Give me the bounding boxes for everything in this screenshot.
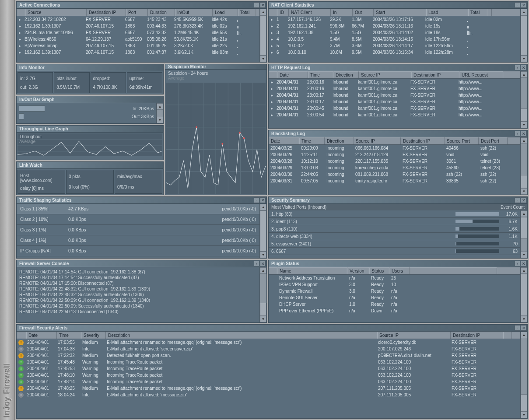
- column-header[interactable]: In/Out: [175, 9, 213, 16]
- expand-arrow-icon[interactable]: ▸: [269, 79, 275, 85]
- column-header[interactable]: Name: [277, 267, 347, 274]
- table-row[interactable]: ▸ 2004/04/0123:00:16 Inboundkannf001.gil…: [269, 79, 520, 85]
- column-header[interactable]: Port: [126, 9, 148, 16]
- scrollbar[interactable]: ▲▼: [520, 137, 527, 195]
- alert-row[interactable]: ! 2004/04/0117:04:38 InfoE-Mail attachme…: [17, 346, 520, 352]
- expand-arrow-icon[interactable]: ▸: [17, 30, 23, 36]
- table-row[interactable]: ▸ 410.0.0.5 9.4M8.5M 2004/03/26 13:14:15…: [269, 36, 520, 42]
- column-header[interactable]: Date: [269, 137, 299, 144]
- expand-arrow-icon[interactable]: ▸: [269, 99, 275, 105]
- column-header[interactable]: Out: [353, 9, 374, 16]
- expand-arrow-icon[interactable]: ▸: [17, 17, 23, 23]
- table-row[interactable]: ▸ 212.203.34.72:10202FX-SERVER 6667145:2…: [17, 16, 259, 23]
- scrollbar[interactable]: ▲▼: [520, 9, 527, 62]
- traffic-class-row[interactable]: Class 1 [ 85%]42.7 KBpspend:0/0.0Kb (-0): [17, 204, 259, 214]
- close-icon[interactable]: ✕: [260, 197, 266, 203]
- column-header[interactable]: Destination IP: [401, 137, 445, 144]
- close-icon[interactable]: ✕: [521, 65, 526, 70]
- column-header[interactable]: Source: [25, 9, 87, 16]
- table-row[interactable]: ▸ 2004/04/0123:00:16 Inboundkannf001.gil…: [269, 85, 520, 92]
- expand-arrow-icon[interactable]: ▸: [269, 30, 275, 36]
- column-header[interactable]: Load: [213, 9, 238, 16]
- expand-arrow-icon[interactable]: ▸: [269, 86, 275, 92]
- column-header[interactable]: Time: [57, 332, 81, 339]
- column-header[interactable]: Source IP: [359, 71, 411, 78]
- port-row[interactable]: 1. http (80) 17.0K: [269, 210, 520, 218]
- column-header[interactable]: Severity: [81, 332, 106, 339]
- plugin-row[interactable]: PPP over Ethernet (PPPoE)n/a Downn/a: [269, 308, 520, 314]
- table-row[interactable]: ▸ 2004/04/0123:00:17 Inboundkannf001.gil…: [269, 92, 520, 98]
- column-header[interactable]: [410, 267, 497, 274]
- expand-arrow-icon[interactable]: ▸: [17, 36, 23, 42]
- table-row[interactable]: ▸ 610.0.0.10 10.6M9.5M 2004/03/26 13:15:…: [269, 49, 520, 56]
- plugin-row[interactable]: DHCP Server1.0 Readyn/a: [269, 301, 520, 308]
- close-icon[interactable]: ✕: [260, 2, 266, 8]
- column-header[interactable]: Version: [347, 267, 369, 274]
- close-icon[interactable]: ✕: [260, 261, 266, 266]
- expand-arrow-icon[interactable]: ▸: [269, 23, 275, 29]
- traffic-class-row[interactable]: Class 4 [ 1%]0.0 KBpspend:0/0.0Kb (-0): [17, 235, 259, 246]
- column-header[interactable]: Destination IP: [87, 9, 126, 16]
- plugin-row[interactable]: Remote GUI Servern/a Readyn/a: [269, 294, 520, 301]
- scrollbar[interactable]: ▲▼: [259, 9, 266, 62]
- table-row[interactable]: ▸ 510.0.0.2 3.7M3.6M 2004/03/26 13:14:17…: [269, 42, 520, 49]
- column-header[interactable]: NAT Client: [289, 9, 331, 16]
- close-icon[interactable]: ✕: [521, 2, 526, 8]
- column-header[interactable]: URL Request: [459, 71, 503, 78]
- traffic-class-row[interactable]: Class 2 [ 10%]0.0 KBpspend:0/0.0Kb (-0): [17, 214, 259, 225]
- port-row[interactable]: 2. ident (113) 6.7K: [269, 218, 520, 225]
- table-row[interactable]: ▸ 2004/04/0123:00:54 Inboundkannf001.gil…: [269, 112, 520, 118]
- column-header[interactable]: Time: [308, 71, 333, 78]
- scrollbar[interactable]: ▲▼: [259, 204, 266, 258]
- maximize-icon[interactable]: ▫: [515, 2, 520, 8]
- column-header[interactable]: Direction: [333, 71, 359, 78]
- table-row[interactable]: 2004/03/3022:44:05 Incoming081.089.231.0…: [269, 171, 520, 178]
- column-header[interactable]: Start: [374, 9, 426, 16]
- expand-arrow-icon[interactable]: ▸: [269, 92, 275, 98]
- column-header[interactable]: In: [331, 9, 353, 16]
- alert-row[interactable]: ! 2004/04/0117:45:48 WarningIncoming Tra…: [17, 359, 520, 365]
- scrollbar[interactable]: ▲▼: [520, 210, 527, 258]
- column-header[interactable]: Date: [277, 71, 308, 78]
- table-row[interactable]: 2004/03/2810:12:10 Incoming220.117.155.0…: [269, 158, 520, 164]
- close-icon[interactable]: ✕: [521, 325, 526, 331]
- column-header[interactable]: Source IP: [354, 137, 401, 144]
- expand-arrow-icon[interactable]: ▸: [269, 49, 275, 56]
- table-row[interactable]: ▸ B|Wireless:486064.12.29.137 aol:519000…: [17, 36, 259, 42]
- alert-row[interactable]: ! 2004/04/0117:48:10 WarningIncoming Tra…: [17, 372, 520, 378]
- maximize-icon[interactable]: ▫: [254, 197, 259, 203]
- table-row[interactable]: ▸ 2004/04/0123:00:45 Inboundkannf001.gil…: [269, 105, 520, 112]
- column-header[interactable]: [269, 267, 277, 274]
- table-row[interactable]: ▸ 2004/04/0123:00:17 Inboundkannf001.gil…: [269, 98, 520, 105]
- traffic-class-row[interactable]: Class 3 [ 1%]0.0 KBpspend:0/0.0Kb (-0): [17, 225, 259, 235]
- alert-row[interactable]: ! 2004/04/0117:48:25 MediumE-Mail attach…: [17, 385, 520, 392]
- plugin-row[interactable]: IPSec VPN Support3.0 Ready10: [269, 281, 520, 288]
- alert-row[interactable]: ! 2004/04/0118:04:24 InfoE-Mail attachme…: [17, 392, 520, 398]
- table-row[interactable]: ▸ 3192.162.1.38 1.5G1.5G 2004/03/26 13:1…: [269, 29, 520, 36]
- table-row[interactable]: 2004/03/2913:00:08 Incomingkorea.cheju.a…: [269, 164, 520, 171]
- alert-row[interactable]: ! 2004/04/0117:48:14 WarningIncoming Tra…: [17, 378, 520, 385]
- column-header[interactable]: [269, 9, 277, 16]
- column-header[interactable]: Direction: [325, 137, 354, 144]
- maximize-icon[interactable]: ▫: [515, 325, 520, 331]
- table-row[interactable]: ▸ B|Wireless:bmap207.46.107.15 1863001:4…: [17, 42, 259, 49]
- expand-arrow-icon[interactable]: ▸: [17, 43, 23, 49]
- close-icon[interactable]: ✕: [521, 131, 526, 136]
- column-header[interactable]: [503, 332, 512, 339]
- column-header[interactable]: Time: [299, 137, 325, 144]
- expand-arrow-icon[interactable]: ▸: [269, 112, 275, 118]
- scrollbar[interactable]: ▲▼: [520, 332, 527, 418]
- column-header[interactable]: ID: [277, 9, 289, 16]
- column-header[interactable]: [487, 9, 492, 16]
- column-header[interactable]: Destination IP: [411, 71, 459, 78]
- column-header[interactable]: Load: [426, 9, 468, 16]
- table-row[interactable]: ▸ 192.162.1.39:1307207.46.107.15 1863001…: [17, 49, 259, 56]
- maximize-icon[interactable]: ▫: [254, 261, 259, 266]
- table-row[interactable]: ▸ 2192.162.1.241 996.8M66.7M 2004/03/26 …: [269, 23, 520, 29]
- close-icon[interactable]: ✕: [521, 261, 526, 266]
- plugin-row[interactable]: Dynamic Firewall3.0 Readyn/a: [269, 288, 520, 294]
- maximize-icon[interactable]: ▫: [515, 131, 520, 136]
- port-row[interactable]: 5. cvspserver (2401) 70: [269, 240, 520, 248]
- port-row[interactable]: 3. pop3 (110) 1.6K: [269, 225, 520, 233]
- table-row[interactable]: 2004/03/2614:25:11 Incoming212.242.018.1…: [269, 151, 520, 158]
